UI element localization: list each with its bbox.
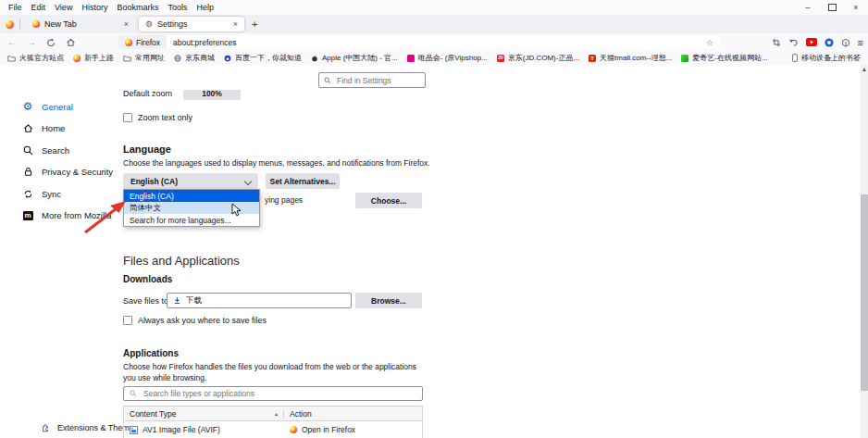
- firefox-window: File Edit View History Bookmarks Tools H…: [0, 0, 868, 438]
- youtube-extension-icon[interactable]: [806, 38, 817, 46]
- menu-file[interactable]: File: [4, 1, 27, 14]
- bookmark-item[interactable]: Apple (中国大陆) - 官...: [311, 53, 398, 63]
- forward-button[interactable]: →: [27, 37, 36, 47]
- download-path-field[interactable]: 下载: [167, 293, 352, 308]
- browse-button[interactable]: Browse...: [355, 293, 422, 308]
- sidebar-item-privacy-security[interactable]: Privacy & Security: [22, 166, 113, 179]
- bookmarks-toolbar: 火狐官方站点 新手上路 常用网址 京东商城 百度一下，你就知道 Apple (中…: [0, 51, 868, 66]
- tab-title: New Tab: [44, 19, 77, 29]
- sidebar-item-search[interactable]: Search: [22, 144, 113, 156]
- dropdown-option-english-ca[interactable]: English (CA): [124, 190, 259, 202]
- undo-arrow-icon[interactable]: [788, 38, 799, 47]
- content-type-cell: AV1 Image File (AVIF): [143, 425, 220, 434]
- always-ask-checkbox[interactable]: [123, 316, 132, 325]
- screenshot-crop-icon[interactable]: [772, 38, 781, 47]
- home-button[interactable]: [66, 37, 76, 47]
- menu-edit[interactable]: Edit: [27, 1, 51, 14]
- download-icon: [173, 296, 181, 305]
- scrollbar-up-arrow[interactable]: [862, 68, 866, 71]
- bookmark-label: 天猫tmall.com--理想...: [600, 53, 672, 63]
- action-cell: Open in Firefox: [302, 425, 355, 434]
- menu-view[interactable]: View: [50, 1, 77, 14]
- find-in-settings-input[interactable]: [335, 75, 420, 86]
- maximize-icon: [828, 4, 837, 11]
- menu-help[interactable]: Help: [192, 1, 218, 14]
- bookmark-label: 爱奇艺-在线视频网站...: [692, 53, 767, 63]
- files-and-applications-heading: Files and Applications: [123, 254, 240, 268]
- download-path-value: 下载: [186, 295, 202, 307]
- bookmark-label: 移动设备上的书签: [801, 53, 861, 63]
- bookmark-item[interactable]: 爱奇艺-在线视频网站...: [681, 53, 767, 63]
- bookmark-item[interactable]: 唯品会- (原Vipshop...: [407, 53, 488, 63]
- sidebar-item-home[interactable]: Home: [22, 122, 113, 135]
- language-select[interactable]: English (CA): [123, 173, 258, 189]
- reload-button[interactable]: [46, 38, 56, 47]
- sort-ascending-icon: ▲: [274, 411, 279, 417]
- settings-gear-icon: ⚙: [145, 20, 153, 29]
- always-ask-label: Always ask you where to save files: [138, 316, 267, 325]
- lock-icon: [22, 167, 33, 178]
- close-button[interactable]: ×: [844, 0, 868, 15]
- menu-bookmarks[interactable]: Bookmarks: [112, 1, 163, 14]
- sidebar-item-general[interactable]: ⚙ General: [22, 100, 113, 113]
- tab-close-icon[interactable]: ×: [233, 19, 238, 29]
- bookmark-item[interactable]: 新手上路: [73, 53, 114, 63]
- action-column-header[interactable]: Action: [283, 409, 422, 419]
- avif-file-icon: [130, 426, 138, 434]
- set-alternatives-button[interactable]: Set Alternatives...: [266, 173, 340, 189]
- menu-bar: File Edit View History Bookmarks Tools H…: [0, 0, 868, 15]
- tab-bar: New Tab × ⚙ Settings × +: [0, 15, 868, 33]
- zoom-text-only-checkbox[interactable]: [123, 113, 132, 122]
- tab-close-icon[interactable]: ×: [124, 19, 129, 29]
- bookmark-item[interactable]: 百度一下，你就知道: [224, 53, 302, 63]
- bookmark-star-icon[interactable]: ☆: [706, 38, 713, 47]
- table-header: Content Type ▲ Action: [124, 407, 422, 421]
- scrollbar[interactable]: [861, 65, 868, 438]
- default-zoom-select[interactable]: 100%: [183, 90, 241, 100]
- annotation-arrow: [80, 194, 133, 235]
- choose-language-button[interactable]: Choose...: [355, 193, 422, 208]
- search-engine-chip[interactable]: Firefox: [118, 38, 167, 47]
- menu-tools[interactable]: Tools: [163, 1, 192, 14]
- bookmark-label: 新手上路: [84, 53, 114, 63]
- sync-icon: [22, 188, 33, 199]
- language-description: Choose the languages used to display men…: [123, 158, 430, 168]
- bookmark-label: 唯品会- (原Vipshop...: [418, 53, 488, 63]
- folder-icon: [7, 55, 16, 62]
- maximize-button[interactable]: [820, 0, 844, 15]
- bookmark-item[interactable]: 京东商城: [174, 53, 215, 63]
- url-text-area[interactable]: about:preferences ☆: [167, 35, 720, 49]
- default-zoom-label: Default zoom: [123, 90, 172, 98]
- bookmark-item[interactable]: 火狐官方站点: [7, 53, 64, 63]
- baidu-icon: [224, 55, 231, 62]
- find-in-settings-box[interactable]: [318, 72, 426, 88]
- settings-page: ⚙ General Home Search Privacy & Securit: [0, 65, 868, 438]
- chevron-down-icon: [244, 177, 252, 184]
- blue-circle-extension-icon[interactable]: [825, 38, 834, 47]
- sidebar-label: Sync: [42, 189, 61, 199]
- always-ask-row: Always ask you where to save files: [123, 316, 267, 325]
- applications-search-input[interactable]: [142, 388, 416, 399]
- mobile-bookmarks-folder[interactable]: 移动设备上的书签: [792, 53, 861, 63]
- hamburger-menu-icon[interactable]: ≡: [858, 37, 863, 48]
- default-zoom-row: Default zoom 100%: [123, 90, 423, 103]
- bookmark-item[interactable]: T 天猫tmall.com--理想...: [589, 53, 672, 63]
- new-tab-button[interactable]: +: [252, 19, 257, 30]
- tab-separator: [19, 19, 20, 30]
- tab-settings[interactable]: ⚙ Settings ×: [139, 17, 244, 31]
- menu-history[interactable]: History: [77, 1, 112, 14]
- bookmark-item[interactable]: 常用网址: [123, 53, 165, 63]
- back-button[interactable]: ←: [7, 37, 17, 47]
- applications-search-box[interactable]: [123, 386, 423, 401]
- tab-new-tab[interactable]: New Tab ×: [26, 17, 135, 31]
- content-type-column-header[interactable]: Content Type ▲: [124, 409, 283, 419]
- extension-page-icon[interactable]: [841, 38, 850, 47]
- address-bar[interactable]: Firefox about:preferences ☆: [118, 35, 720, 49]
- save-files-to-label: Save files to: [123, 296, 168, 306]
- scrollbar-thumb[interactable]: [861, 194, 868, 391]
- minimize-button[interactable]: –: [796, 0, 820, 15]
- bookmark-item[interactable]: JD 京东(JD.COM)-正品...: [497, 53, 579, 63]
- sidebar-label: General: [42, 102, 73, 112]
- table-row[interactable]: AV1 Image File (AVIF) Open in Firefox: [124, 421, 422, 438]
- vipshop-icon: [407, 55, 415, 62]
